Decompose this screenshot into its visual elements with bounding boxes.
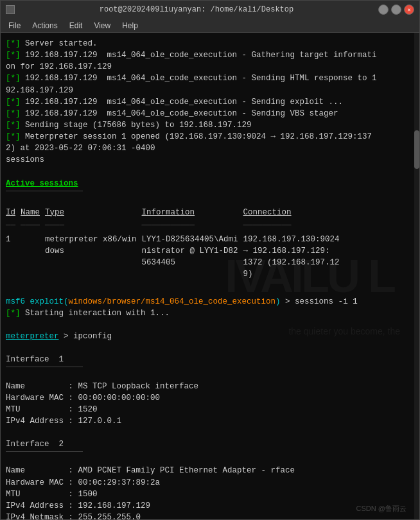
menu-edit[interactable]: Edit: [64, 20, 88, 31]
line-iface2-ipv4: IPv4 Address : 192.168.197.129: [6, 500, 414, 512]
line-prompt-exploit: msf6 exploit(windows/browser/ms14_064_ol…: [6, 296, 414, 308]
window-icon: [6, 5, 15, 14]
menu-help[interactable]: Help: [117, 20, 143, 31]
line-active-sessions: Active sessions: [6, 178, 414, 189]
minimize-button[interactable]: [378, 4, 389, 15]
line-server-started: [*] Server started.: [6, 38, 414, 49]
window-title: root@20202409liuyanyan: /home/kali/Deskt…: [15, 5, 378, 14]
section-divider: [6, 191, 83, 191]
line-sending-exploit: [*] 192.168.197.129 ms14_064_ole_code_ex…: [6, 96, 414, 108]
scrollbar[interactable]: [414, 33, 419, 519]
col-id: Id: [6, 207, 21, 218]
line-iface1-ipv4: IPv4 Address : 127.0.0.1: [6, 415, 414, 427]
window-controls[interactable]: ✕: [378, 4, 414, 15]
line-iface1-label: Interface 1: [6, 354, 414, 365]
menu-actions[interactable]: Actions: [27, 20, 62, 31]
line-sessions-cmd: sessions: [6, 154, 414, 166]
menu-file[interactable]: File: [3, 20, 26, 31]
session-id: 1: [6, 232, 21, 282]
table-divider-row: ── ──── ──── ─────────── ──────────: [6, 218, 345, 232]
line-sending-stage: [*] Sending stage (175686 bytes) to 192.…: [6, 119, 414, 131]
terminal-body[interactable]: IVAILU L the quieter you become, the [*]…: [1, 33, 419, 519]
line-iface1-name: Name : MS TCP Loopback interface: [6, 381, 414, 392]
line-iface1-mac: Hardware MAC : 00:00:00:00:00:00: [6, 392, 414, 404]
col-name: Name: [21, 207, 45, 218]
line-iface2-label: Interface 2: [6, 438, 414, 450]
table-row: 1 meterpreter x86/windows LYY1-D82563440…: [6, 232, 345, 282]
titlebar-left: [6, 5, 15, 14]
session-type: meterpreter x86/windows: [45, 232, 142, 282]
menu-view[interactable]: View: [89, 20, 116, 31]
titlebar: root@20202409liuyanyan: /home/kali/Deskt…: [1, 1, 419, 19]
maximize-button[interactable]: [391, 4, 401, 15]
line-iface2-mac: Hardware MAC : 00:0c:29:37:89:2a: [6, 477, 414, 489]
line-iface1-mtu: MTU : 1520: [6, 404, 414, 415]
col-information: Information: [142, 207, 243, 218]
line-iface2-netmask: IPv4 Netmask : 255.255.255.0: [6, 512, 414, 519]
session-name: [21, 232, 45, 282]
scrollbar-thumb[interactable]: [414, 130, 419, 169]
table-header-row: Id Name Type Information Connection: [6, 207, 345, 218]
menubar: File Actions Edit View Help: [1, 19, 419, 33]
line-sending-vbs: [*] 192.168.197.129 ms14_064_ole_code_ex…: [6, 108, 414, 119]
col-connection: Connection: [243, 207, 345, 218]
line-meterpreter-prompt: meterpreter > ipconfig: [6, 331, 414, 342]
session-connection: 192.168.197.130:9024→ 192.168.197.129:13…: [243, 232, 345, 282]
line-sending-html: [*] 192.168.197.129 ms14_064_ole_code_ex…: [6, 73, 414, 96]
session-information: LYY1-D825634405\Administrator @ LYY1-D82…: [142, 232, 243, 282]
terminal-window: root@20202409liuyanyan: /home/kali/Deskt…: [0, 0, 420, 520]
col-type: Type: [45, 207, 142, 218]
line-iface2-name: Name : AMD PCNET Family PCI Ethernet Ada…: [6, 465, 414, 476]
line-meterpreter-opened: [*] Meterpreter session 1 opened (192.16…: [6, 131, 414, 154]
line-gathering: [*] 192.168.197.129 ms14_064_ole_code_ex…: [6, 49, 414, 73]
line-starting-interaction: [*] Starting interaction with 1...: [6, 308, 414, 319]
close-button[interactable]: ✕: [404, 4, 414, 15]
terminal-content: [*] Server started. [*] 192.168.197.129 …: [6, 38, 414, 519]
sessions-table: Id Name Type Information Connection ── ─…: [6, 207, 345, 282]
line-iface2-mtu: MTU : 1500: [6, 489, 414, 500]
iface2-divider: [6, 451, 83, 452]
iface1-divider: [6, 367, 83, 367]
